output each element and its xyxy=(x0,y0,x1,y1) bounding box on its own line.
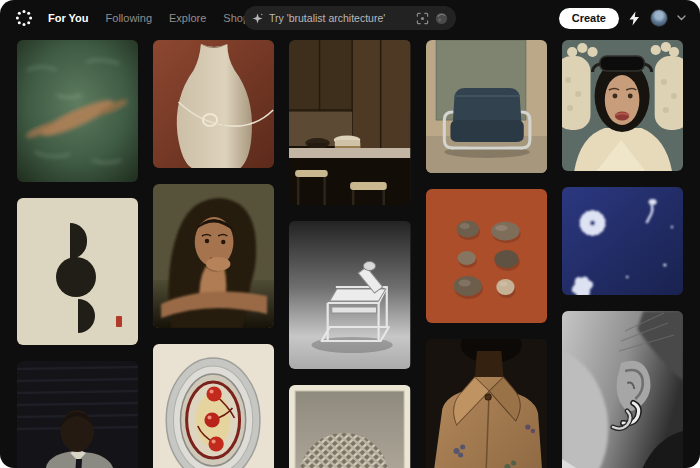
top-bar: For You Following Explore Shop Try 'brut… xyxy=(0,0,700,36)
feed-column-5 xyxy=(562,40,683,468)
pebbles-image xyxy=(426,189,547,323)
primary-nav: For You Following Explore Shop xyxy=(48,12,249,24)
card-ear-earring[interactable] xyxy=(562,311,683,468)
card-pebbles[interactable] xyxy=(426,189,547,323)
woman-portrait-image xyxy=(153,184,274,328)
card-navy-sofa[interactable] xyxy=(426,40,547,173)
nav-for-you[interactable]: For You xyxy=(48,12,89,24)
chair-image xyxy=(289,221,410,369)
cherries-image xyxy=(153,344,274,468)
card-chrome-chair[interactable] xyxy=(289,221,410,369)
card-ceramic-vase[interactable] xyxy=(153,40,274,168)
search-input[interactable]: Try 'brutalist architecture' xyxy=(244,6,456,30)
poster-circle xyxy=(56,257,96,297)
card-abstract-poster[interactable] xyxy=(17,198,138,345)
lens-icon[interactable] xyxy=(435,12,448,25)
kitchen-image xyxy=(289,40,410,205)
feed-column-2 xyxy=(153,40,274,468)
feed-column-1 xyxy=(17,40,138,468)
card-tan-shirt[interactable] xyxy=(426,339,547,468)
logo-glyph xyxy=(14,8,34,28)
ear-image xyxy=(562,311,683,468)
card-man-with-camera[interactable] xyxy=(17,361,138,468)
card-swimmer-water[interactable] xyxy=(17,40,138,182)
man-camera-image xyxy=(17,361,138,468)
feed-column-3 xyxy=(289,40,410,468)
card-skier-portrait[interactable] xyxy=(562,40,683,171)
chevron-down-icon[interactable] xyxy=(677,15,686,21)
create-button[interactable]: Create xyxy=(559,8,619,29)
card-lattice-sphere[interactable] xyxy=(289,385,410,468)
shirt-image xyxy=(426,339,547,468)
vase-image xyxy=(153,40,274,168)
feed-grid xyxy=(0,36,700,468)
poster-half-circle-top xyxy=(70,223,87,259)
visual-search-scan-icon[interactable] xyxy=(416,12,429,25)
card-woman-portrait[interactable] xyxy=(153,184,274,328)
card-cyanotype-flowers[interactable] xyxy=(562,187,683,295)
lightning-bolt-icon[interactable] xyxy=(628,11,641,26)
app-window: For You Following Explore Shop Try 'brut… xyxy=(0,0,700,468)
sofa-image xyxy=(426,40,547,173)
nav-following[interactable]: Following xyxy=(106,12,152,24)
cosmos-dots-logo-icon[interactable] xyxy=(14,8,34,28)
topbar-actions: Create xyxy=(559,8,686,29)
avatar[interactable] xyxy=(650,9,668,27)
card-cherries-platter[interactable] xyxy=(153,344,274,468)
search-placeholder: Try 'brutalist architecture' xyxy=(269,12,410,24)
sparkle-ai-icon xyxy=(252,13,263,24)
sphere-print-image xyxy=(289,385,410,468)
feed-column-4 xyxy=(426,40,547,468)
swimmer-image xyxy=(17,40,138,182)
poster-half-circle-bottom xyxy=(78,299,95,333)
card-kitchen-interior[interactable] xyxy=(289,40,410,205)
cyanotype-image xyxy=(562,187,683,295)
nav-explore[interactable]: Explore xyxy=(169,12,206,24)
poster-red-seal xyxy=(116,316,122,327)
skier-image xyxy=(562,40,683,171)
